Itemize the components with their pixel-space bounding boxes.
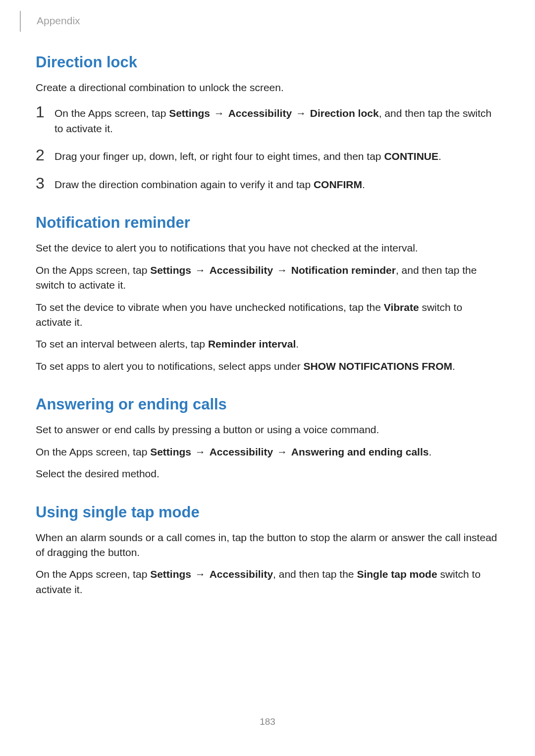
arrow-icon: → bbox=[273, 264, 291, 276]
bold-text: Reminder interval bbox=[208, 338, 296, 350]
bold-text: Accessibility bbox=[228, 107, 292, 119]
text: Drag your finger up, down, left, or righ… bbox=[54, 151, 384, 162]
step-body: Drag your finger up, down, left, or righ… bbox=[53, 149, 499, 164]
text: . bbox=[362, 179, 365, 190]
heading-single-tap: Using single tap mode bbox=[36, 504, 499, 521]
bold-text: Accessibility bbox=[210, 264, 273, 276]
bold-text: Settings bbox=[150, 568, 191, 580]
single-tap-p1: When an alarm sounds or a call comes in,… bbox=[36, 530, 499, 560]
bold-text: Accessibility bbox=[210, 446, 273, 457]
notification-reminder-p2: On the Apps screen, tap Settings → Acces… bbox=[36, 263, 499, 293]
arrow-icon: → bbox=[191, 264, 210, 276]
notification-reminder-p1: Set the device to alert you to notificat… bbox=[36, 241, 499, 255]
direction-lock-steps: 1 On the Apps screen, tap Settings → Acc… bbox=[36, 106, 499, 192]
single-tap-p2: On the Apps screen, tap Settings → Acces… bbox=[36, 567, 499, 597]
bold-text: Accessibility bbox=[210, 568, 273, 580]
text: Draw the direction combination again to … bbox=[54, 179, 314, 190]
text: To set an interval between alerts, tap bbox=[36, 338, 208, 350]
step-body: On the Apps screen, tap Settings → Acces… bbox=[53, 106, 499, 136]
step-body: Draw the direction combination again to … bbox=[53, 177, 499, 192]
bold-text: Settings bbox=[150, 264, 191, 276]
bold-text: CONFIRM bbox=[314, 179, 362, 190]
notification-reminder-p4: To set an interval between alerts, tap R… bbox=[36, 337, 499, 352]
arrow-icon: → bbox=[273, 446, 291, 457]
text: On the Apps screen, tap bbox=[36, 568, 150, 580]
bold-text: Settings bbox=[169, 107, 210, 119]
text: , and then tap the bbox=[273, 568, 357, 580]
step-number: 2 bbox=[36, 147, 53, 163]
text: . bbox=[438, 151, 441, 162]
heading-answering-calls: Answering or ending calls bbox=[36, 396, 499, 413]
header-section-label: Appendix bbox=[37, 15, 80, 27]
arrow-icon: → bbox=[191, 568, 210, 580]
answering-calls-p1: Set to answer or end calls by pressing a… bbox=[36, 422, 499, 437]
text: On the Apps screen, tap bbox=[54, 107, 169, 119]
header-tab: Appendix bbox=[20, 11, 80, 32]
text: To set the device to vibrate when you ha… bbox=[36, 302, 384, 313]
arrow-icon: → bbox=[292, 107, 310, 119]
text: . bbox=[428, 446, 431, 457]
arrow-icon: → bbox=[210, 107, 228, 119]
bold-text: Answering and ending calls bbox=[291, 446, 429, 457]
arrow-icon: → bbox=[191, 446, 210, 457]
bold-text: Notification reminder bbox=[291, 264, 396, 276]
list-item: 2 Drag your finger up, down, left, or ri… bbox=[36, 149, 499, 164]
notification-reminder-p5: To set apps to alert you to notification… bbox=[36, 359, 499, 374]
notification-reminder-p3: To set the device to vibrate when you ha… bbox=[36, 300, 499, 330]
answering-calls-p3: Select the desired method. bbox=[36, 466, 499, 481]
heading-notification-reminder: Notification reminder bbox=[36, 214, 499, 232]
list-item: 3 Draw the direction combination again t… bbox=[36, 177, 499, 192]
text: To set apps to alert you to notification… bbox=[36, 360, 303, 372]
page-number: 183 bbox=[0, 716, 535, 727]
step-number: 1 bbox=[36, 104, 53, 120]
bold-text: Single tap mode bbox=[357, 568, 437, 580]
text: . bbox=[452, 360, 455, 372]
text: On the Apps screen, tap bbox=[36, 264, 150, 276]
bold-text: Settings bbox=[150, 446, 191, 457]
step-number: 3 bbox=[36, 175, 53, 191]
bold-text: Direction lock bbox=[310, 107, 379, 119]
bold-text: SHOW NOTIFICATIONS FROM bbox=[303, 360, 452, 372]
bold-text: Vibrate bbox=[384, 302, 419, 313]
page-content: Direction lock Create a directional comb… bbox=[36, 53, 499, 604]
text: . bbox=[296, 338, 299, 350]
list-item: 1 On the Apps screen, tap Settings → Acc… bbox=[36, 106, 499, 136]
direction-lock-intro: Create a directional combination to unlo… bbox=[36, 80, 499, 95]
bold-text: CONTINUE bbox=[384, 151, 438, 162]
answering-calls-p2: On the Apps screen, tap Settings → Acces… bbox=[36, 445, 499, 459]
text: On the Apps screen, tap bbox=[36, 446, 150, 457]
heading-direction-lock: Direction lock bbox=[36, 53, 499, 71]
